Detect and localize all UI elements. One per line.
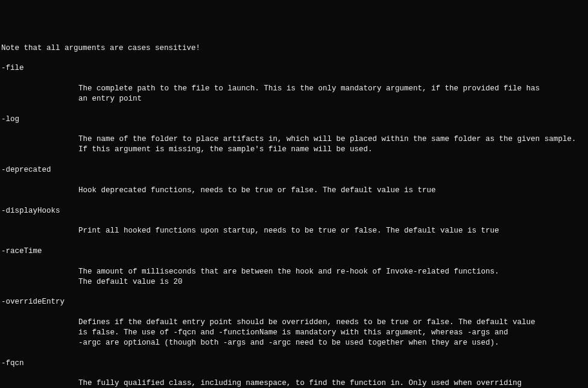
arg-deprecated-name: -deprecated xyxy=(1,165,587,175)
arg-file-desc: The complete path to the file to launch.… xyxy=(1,84,587,104)
arg-fqcn-desc: The fully qualified class, including nam… xyxy=(1,378,587,388)
arg-displayhooks-name: -displayHooks xyxy=(1,206,587,216)
arg-file-name: -file xyxy=(1,63,587,74)
arg-log-desc: The name of the folder to place artifact… xyxy=(1,134,587,155)
arg-fqcn-name: -fqcn xyxy=(1,358,587,369)
arg-log-name: -log xyxy=(1,114,587,125)
arg-displayhooks-desc: Print all hooked functions upon startup,… xyxy=(1,226,587,236)
arg-overrideentry-name: -overrideEntry xyxy=(1,297,587,307)
arg-overrideentry-desc: Defines if the default entry point shoul… xyxy=(1,318,587,348)
arg-deprecated-desc: Hook deprecated functions, needs to be t… xyxy=(1,186,587,196)
arg-racetime-name: -raceTime xyxy=(1,246,587,257)
arg-racetime-desc: The amount of milliseconds that are betw… xyxy=(1,267,587,287)
header-note: Note that all arguments are cases sensit… xyxy=(1,43,587,54)
